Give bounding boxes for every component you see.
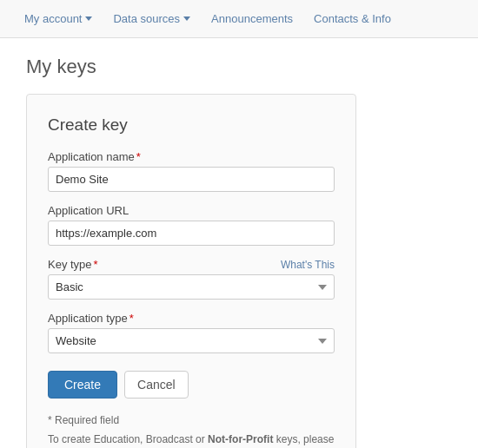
nav-announcements[interactable]: Announcements (201, 0, 303, 38)
required-star-key: * (94, 258, 98, 271)
key-type-label-row: Key type* What's This (48, 258, 335, 271)
card-title: Create key (48, 115, 335, 135)
key-type-select[interactable]: Basic Enterprise Trial (48, 274, 335, 300)
app-type-group: Application type* Website Mobile Applica… (48, 312, 335, 353)
key-type-label: Key type* (48, 258, 98, 271)
cancel-button[interactable]: Cancel (124, 371, 189, 399)
required-star: * (136, 150, 141, 163)
app-type-label: Application type* (48, 312, 335, 325)
required-field-note: * Required field (48, 414, 335, 426)
key-type-group: Key type* What's This Basic Enterprise T… (48, 258, 335, 300)
nav-data-sources[interactable]: Data sources (103, 0, 201, 38)
app-type-select[interactable]: Website Mobile Application Desktop Appli… (48, 328, 335, 353)
app-url-label: Application URL (48, 204, 335, 217)
whats-this-link[interactable]: What's This (281, 259, 335, 271)
app-name-label: Application name* (48, 150, 335, 163)
nav-bar: My account Data sources Announcements Co… (0, 0, 478, 38)
button-row: Create Cancel (48, 371, 335, 399)
nav-contacts-info[interactable]: Contacts & Info (303, 0, 402, 38)
app-name-input[interactable] (48, 167, 335, 192)
footer-note: To create Education, Broadcast or Not-fo… (48, 432, 335, 448)
chevron-down-icon (183, 16, 190, 21)
page-title: My keys (26, 56, 452, 78)
chevron-down-icon (85, 16, 92, 21)
app-url-group: Application URL (48, 204, 335, 246)
create-button[interactable]: Create (48, 371, 117, 399)
nav-my-account[interactable]: My account (14, 0, 103, 38)
app-url-input[interactable] (48, 221, 335, 246)
app-name-group: Application name* (48, 150, 335, 192)
create-key-card: Create key Application name* Application… (26, 94, 356, 448)
required-star-app: * (129, 312, 134, 325)
page-content: My keys Create key Application name* App… (0, 38, 478, 448)
